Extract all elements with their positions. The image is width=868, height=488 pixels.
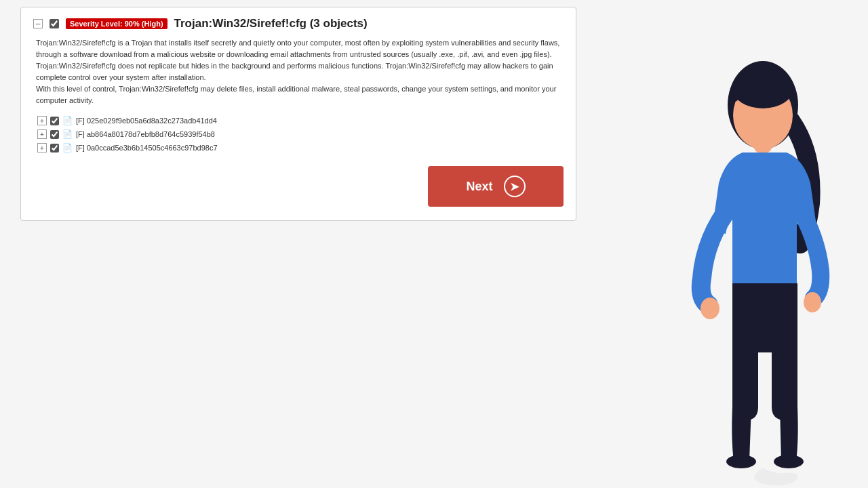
svg-point-6 [726, 455, 756, 468]
file-icon: 📄 [62, 143, 73, 152]
main-container: – Severity Level: 90% (High) Trojan:Win3… [0, 0, 868, 488]
file-checkbox-2[interactable] [50, 130, 59, 139]
expand-icon[interactable]: + [37, 143, 47, 152]
file-icon: 📄 [62, 116, 73, 125]
next-arrow-icon: ➤ [504, 176, 526, 197]
file-label: [F] 025e029f9eb05a6d8a32c273adb41dd4 [76, 117, 217, 125]
svg-point-7 [774, 455, 804, 468]
file-list: + 📄 [F] 025e029f9eb05a6d8a32c273adb41dd4… [33, 116, 564, 152]
severity-badge: Severity Level: 90% (High) [66, 18, 167, 29]
file-label: [F] ab864a80178d7ebfb8d764c5939f54b8 [76, 130, 215, 138]
list-item: + 📄 [F] 025e029f9eb05a6d8a32c273adb41dd4 [37, 116, 564, 125]
next-button-label: Next [466, 180, 492, 194]
list-item: + 📄 [F] 0a0ccad5e3b6b14505c4663c97bd98c7 [37, 143, 564, 152]
svg-point-4 [701, 298, 719, 319]
file-checkbox-1[interactable] [50, 117, 59, 125]
collapse-icon[interactable]: – [33, 19, 43, 28]
threat-checkbox[interactable] [50, 19, 59, 28]
svg-point-5 [804, 292, 821, 312]
severity-label: Severity Level: [70, 20, 123, 28]
list-item: + 📄 [F] ab864a80178d7ebfb8d764c5939f54b8 [37, 129, 564, 139]
file-label: [F] 0a0ccad5e3b6b14505c4663c97bd98c7 [76, 144, 218, 152]
collapse-controls: – [33, 19, 43, 28]
threat-panel: – Severity Level: 90% (High) Trojan:Win3… [20, 7, 576, 221]
threat-title: Trojan:Win32/Sirefef!cfg (3 objects) [174, 17, 368, 30]
next-button[interactable]: Next ➤ [428, 166, 564, 207]
threat-header: – Severity Level: 90% (High) Trojan:Win3… [33, 17, 564, 30]
expand-icon[interactable]: + [37, 116, 47, 125]
expand-icon[interactable]: + [37, 129, 47, 139]
next-btn-row: Next ➤ [33, 166, 564, 207]
file-icon: 📄 [62, 129, 73, 139]
threat-description: Trojan:Win32/Sirefef!cfg is a Trojan tha… [33, 37, 564, 106]
severity-percent: 90% (High) [125, 20, 163, 28]
illustration-area [576, 0, 868, 488]
file-checkbox-3[interactable] [50, 144, 59, 152]
character-illustration [637, 27, 854, 488]
